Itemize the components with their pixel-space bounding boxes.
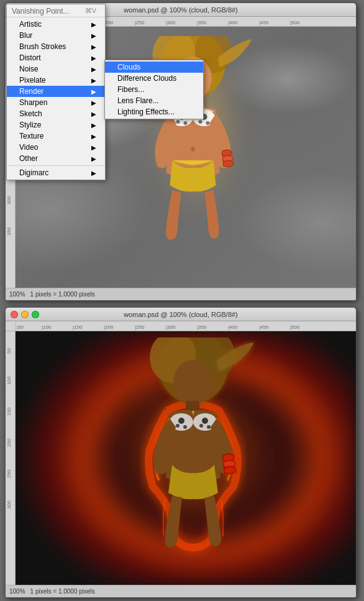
arrow-distort: ▶ [91,55,96,62]
svg-text:|350: |350 [197,20,207,25]
menu-item-pixelate[interactable]: Pixelate ▶ [7,75,105,86]
submenu-clouds[interactable]: Clouds [105,62,203,73]
svg-point-52 [173,360,213,405]
arrow-texture: ▶ [91,133,96,140]
menu-item-sharpen[interactable]: Sharpen ▶ [7,97,105,108]
svg-text:100: 100 [6,376,12,385]
woman-figure-bottom [119,337,268,561]
svg-point-60 [199,424,203,428]
svg-text:300: 300 [6,500,12,509]
svg-text:|150: |150 [73,324,83,330]
svg-point-56 [178,418,184,424]
svg-text:|400: |400 [228,324,238,330]
svg-point-61 [207,425,211,429]
svg-point-27 [176,120,180,124]
arrow-sharpen: ▶ [91,99,96,106]
svg-point-29 [199,120,202,124]
arrow-blur: ▶ [91,32,96,39]
menu-separator [7,165,105,166]
svg-text:350: 350 [6,227,12,236]
menu-item-distort[interactable]: Distort ▶ [7,52,105,63]
main-menu-panel[interactable]: Vanishing Point... ⌘V Artistic ▶ Blur ▶ … [6,4,106,180]
submenu-fibers[interactable]: Fibers... [105,84,203,95]
svg-text:|350: |350 [197,324,207,330]
svg-text:200: 200 [6,438,12,447]
svg-text:300: 300 [6,196,12,204]
ruler-horizontal-bottom: |50 |100 |150 |200 |250 |300 |350 |400 |… [6,321,356,331]
arrow-pixelate: ▶ [91,77,96,84]
arrow-render: ▶ [91,88,96,95]
filter-menu[interactable]: Vanishing Point... ⌘V Artistic ▶ Blur ▶ … [6,4,106,180]
svg-point-58 [176,424,180,428]
svg-text:|400: |400 [228,20,238,25]
svg-text:|450: |450 [259,20,269,25]
arrow-stylize: ▶ [91,122,96,129]
svg-point-30 [206,121,210,125]
bottom-window: woman.psd @ 100% (cloud, RGB/8#) |50 |10… [5,307,357,598]
status-bar-bottom: 100% 1 pixels = 1.0000 pixels [6,585,356,597]
menu-item-video[interactable]: Video ▶ [7,142,105,153]
close-button-bottom[interactable] [11,311,18,318]
arrow-other: ▶ [91,155,96,162]
arrow-artistic: ▶ [91,21,96,28]
menu-item-artistic[interactable]: Artistic ▶ [7,19,105,30]
svg-text:|300: |300 [166,324,176,330]
svg-text:|450: |450 [259,324,269,330]
canvas-bottom [16,331,356,585]
menu-item-other[interactable]: Other ▶ [7,153,105,164]
svg-text:250: 250 [6,469,12,478]
scale-info-top: 1 pixels = 1.0000 pixels [30,291,95,298]
maximize-button-bottom[interactable] [32,311,39,318]
menu-title-text: Vanishing Point... [12,7,70,16]
window-title-bottom: woman.psd @ 100% (cloud, RGB/8#) [124,311,238,318]
svg-point-31 [191,147,195,152]
minimize-button-bottom[interactable] [21,311,29,318]
ruler-vertical-bottom: 50 100 150 200 250 300 [6,331,16,585]
svg-text:|50: |50 [17,324,24,330]
canvas-image-bottom [16,331,356,585]
zoom-level-top: 100% [9,291,25,298]
arrow-brush-strokes: ▶ [91,44,96,50]
arrow-video: ▶ [91,144,96,151]
arrow-sketch: ▶ [91,111,96,117]
svg-text:|250: |250 [135,20,145,25]
submenu-lighting-effects[interactable]: Lighting Effects... [105,106,203,117]
title-bar-bottom: woman.psd @ 100% (cloud, RGB/8#) [6,308,356,321]
scale-info-bottom: 1 pixels = 1.0000 pixels [30,588,95,595]
svg-point-28 [184,121,188,125]
svg-point-59 [183,425,187,429]
arrow-digimarc: ▶ [91,170,96,177]
menu-item-blur[interactable]: Blur ▶ [7,30,105,41]
render-submenu[interactable]: Clouds Difference Clouds Fibers... Lens … [104,60,204,119]
menu-title: Vanishing Point... ⌘V [7,6,105,17]
menu-item-stylize[interactable]: Stylize ▶ [7,119,105,131]
menu-item-noise[interactable]: Noise ▶ [7,63,105,75]
svg-text:50: 50 [6,348,12,354]
svg-text:|500: |500 [290,20,300,25]
menu-item-render[interactable]: Render ▶ [7,86,105,97]
window-controls-bottom[interactable] [11,311,39,318]
menu-item-brush-strokes[interactable]: Brush Strokes ▶ [7,41,105,52]
arrow-noise: ▶ [91,66,96,73]
submenu-lens-flare[interactable]: Lens Flare... [105,95,203,106]
submenu-difference-clouds[interactable]: Difference Clouds [105,73,203,84]
svg-text:|200: |200 [104,324,114,330]
window-title-top: woman.psd @ 100% (cloud, RGB/8#) [124,6,238,14]
menu-item-digimarc[interactable]: Digimarc ▶ [7,167,105,178]
menu-shortcut: ⌘V [85,7,96,15]
status-bar-top: 100% 1 pixels = 1.0000 pixels [6,288,356,300]
svg-point-57 [202,418,208,424]
menu-item-sketch[interactable]: Sketch ▶ [7,108,105,119]
svg-text:150: 150 [6,407,12,416]
zoom-level-bottom: 100% [9,588,25,595]
svg-text:|500: |500 [290,324,300,330]
menu-item-texture[interactable]: Texture ▶ [7,131,105,142]
svg-text:|100: |100 [42,324,52,330]
svg-text:|300: |300 [166,20,176,25]
svg-text:|250: |250 [135,324,145,330]
